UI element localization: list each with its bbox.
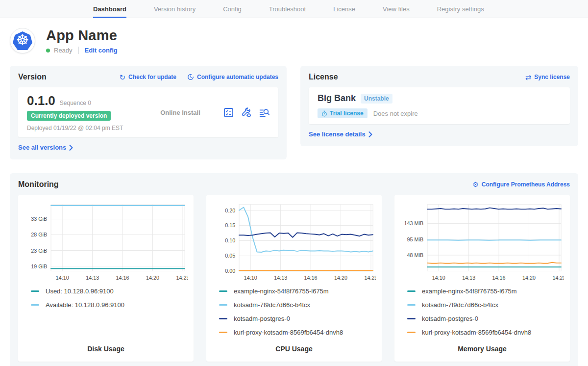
svg-text:14:16: 14:16 [492,275,506,281]
channel-badge: Unstable [361,94,392,104]
divider [78,47,79,54]
legend-swatch [407,332,416,333]
clock-refresh-icon [187,74,194,80]
svg-text:14:13: 14:13 [274,275,287,281]
sync-arrows-icon: ⇄ [525,74,532,81]
tab-view-files[interactable]: View files [383,0,410,18]
tab-registry-settings[interactable]: Registry settings [437,0,484,18]
svg-text:14:10: 14:10 [56,275,69,281]
legend-item: kurl-proxy-kotsadm-8569fb6454-dnvh8 [407,329,564,336]
charts-row: 19 GiB23 GiB28 GiB33 GiB14:1014:1314:161… [18,195,570,362]
svg-text:14:13: 14:13 [462,275,475,281]
legend-item: Used: 10.128.0.96:9100 [31,288,188,295]
svg-text:14:20: 14:20 [146,275,159,281]
legend-item: kotsadm-7f9dc7d66c-b4tcx [219,301,376,309]
sync-license-link[interactable]: ⇄ Sync license [525,74,570,81]
svg-text:14:23: 14:23 [176,275,188,281]
legend-label: Used: 10.128.0.96:9100 [46,288,114,295]
chevron-right-icon [69,145,73,151]
legend-item: kotsadm-postgres-0 [219,315,376,322]
current-version-card: 0.1.0 Sequence 0 Currently deployed vers… [18,87,278,137]
refresh-icon: ↻ [119,74,125,81]
svg-text:28 GiB: 28 GiB [31,232,47,237]
memory-usage-legend: example-nginx-54f8f76755-l675mkotsadm-7f… [400,288,564,336]
nav-tabs: DashboardVersion historyConfigTroublesho… [93,0,484,18]
svg-text:0.05: 0.05 [225,253,235,259]
svg-text:14:20: 14:20 [522,275,536,281]
legend-swatch [31,290,39,292]
legend-item: kurl-proxy-kotsadm-8569fb6454-dnvh8 [219,329,376,336]
disk-usage-card: 19 GiB23 GiB28 GiB33 GiB14:1014:1314:161… [18,195,194,362]
version-panel: Version ↻ Check for update Configure aut… [10,66,287,159]
legend-item: example-nginx-54f8f76755-l675m [219,288,376,295]
legend-swatch [407,290,416,292]
svg-text:0.15: 0.15 [225,222,235,228]
gear-icon: ⚙ [472,181,479,188]
tab-troubleshoot[interactable]: Troubleshoot [269,0,306,18]
tab-dashboard[interactable]: Dashboard [93,0,126,18]
legend-swatch [219,290,227,292]
see-license-details-link[interactable]: See license details [309,131,372,138]
legend-label: kotsadm-postgres-0 [422,315,478,322]
svg-text:14:23: 14:23 [552,275,564,281]
stopwatch-icon [321,110,327,117]
trial-license-badge: Trial license [318,108,368,118]
legend-label: kurl-proxy-kotsadm-8569fb6454-dnvh8 [422,329,531,336]
svg-text:14:16: 14:16 [116,275,129,281]
install-type: Online Install [137,109,223,116]
legend-item: kotsadm-7f9dc7d66c-b4tcx [407,301,564,309]
chart-title: CPU Usage [212,345,376,355]
license-details-card: Big Bank Unstable Trial license Does not… [309,87,570,124]
edit-config-link[interactable]: Edit config [85,47,118,54]
app-header: ☸ App Name Ready Edit config [10,27,578,54]
disk-usage-plot: 19 GiB23 GiB28 GiB33 GiB14:1014:1314:161… [24,201,188,284]
legend-item: Available: 10.128.0.96:9100 [31,301,188,309]
configure-prometheus-link[interactable]: ⚙ Configure Prometheus Address [472,181,570,188]
version-panel-title: Version [18,73,47,81]
memory-usage-plot: 48 MiB95 MiB143 MiB14:1014:1314:1614:201… [400,201,564,284]
legend-label: Available: 10.128.0.96:9100 [46,301,124,309]
app-status: Ready [54,47,73,54]
preflight-checks-icon[interactable] [223,107,234,118]
top-nav: DashboardVersion historyConfigTroublesho… [0,0,588,18]
chart-title: Disk Usage [24,345,188,355]
legend-label: example-nginx-54f8f76755-l675m [422,288,517,295]
svg-text:14:16: 14:16 [304,275,318,281]
status-dot-icon [46,49,50,52]
legend-label: kotsadm-7f9dc7d66c-b4tcx [234,301,310,309]
legend-swatch [407,304,416,306]
svg-text:48 MiB: 48 MiB [407,252,424,258]
configure-automatic-updates-link[interactable]: Configure automatic updates [187,74,278,80]
legend-item: example-nginx-54f8f76755-l675m [407,288,564,295]
legend-swatch [219,332,227,333]
legend-label: kurl-proxy-kotsadm-8569fb6454-dnvh8 [234,329,343,336]
sequence-label: Sequence 0 [60,100,91,106]
chevron-right-icon [368,131,372,137]
check-for-update-link[interactable]: ↻ Check for update [119,74,176,81]
tab-config[interactable]: Config [223,0,242,18]
svg-text:95 MiB: 95 MiB [407,236,424,242]
legend-item: kotsadm-postgres-0 [407,315,564,322]
version-number: 0.1.0 [27,93,55,108]
tab-license[interactable]: License [333,0,355,18]
config-wrench-icon[interactable] [241,107,251,118]
monitoring-panel: Monitoring ⚙ Configure Prometheus Addres… [10,173,578,366]
svg-text:0.00: 0.00 [225,268,235,274]
deploy-logs-icon[interactable] [259,107,270,118]
cpu-usage-plot: 0.000.050.100.150.2014:1014:1314:1614:20… [212,201,376,284]
legend-swatch [219,304,227,306]
license-panel-title: License [309,73,338,81]
memory-usage-card: 48 MiB95 MiB143 MiB14:1014:1314:1614:201… [394,195,570,362]
cpu-usage-legend: example-nginx-54f8f76755-l675mkotsadm-7f… [212,288,376,336]
see-all-versions-link[interactable]: See all versions [18,144,73,151]
tab-version-history[interactable]: Version history [154,0,196,18]
svg-text:33 GiB: 33 GiB [31,216,47,222]
svg-text:14:10: 14:10 [432,275,445,281]
svg-text:143 MiB: 143 MiB [404,220,424,226]
chart-title: Memory Usage [400,345,564,355]
deployed-badge: Currently deployed version [27,111,111,121]
cpu-usage-card: 0.000.050.100.150.2014:1014:1314:1614:20… [206,195,382,362]
svg-text:14:20: 14:20 [334,275,347,281]
legend-swatch [219,318,227,319]
legend-label: kotsadm-postgres-0 [234,315,290,322]
